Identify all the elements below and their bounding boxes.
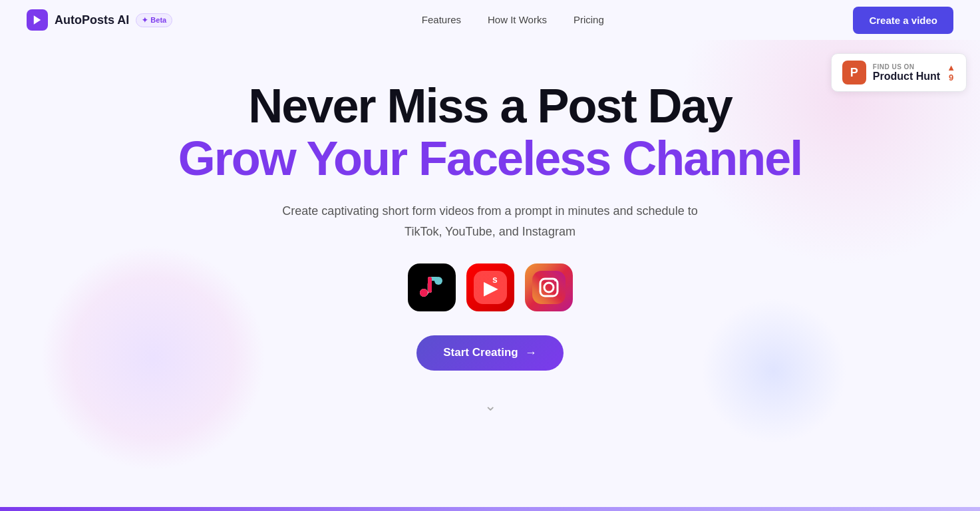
- nav-features-link[interactable]: Features: [422, 14, 461, 25]
- logo-text: AutoPosts AI: [55, 13, 129, 27]
- tiktok-icon: ♪: [408, 263, 456, 311]
- instagram-icon: [525, 263, 573, 311]
- product-hunt-find-label: FIND US ON: [873, 63, 940, 71]
- start-creating-button[interactable]: Start Creating →: [416, 335, 563, 371]
- svg-marker-0: [34, 15, 41, 25]
- hero-section: Never Miss a Post Day Grow Your Faceless…: [0, 40, 980, 428]
- hero-subtitle: Create captivating short form videos fro…: [277, 201, 703, 242]
- beta-icon: ✦: [142, 16, 148, 25]
- svg-point-14: [554, 279, 557, 281]
- product-hunt-text: FIND US ON Product Hunt: [873, 63, 940, 83]
- nav-how-it-works-link[interactable]: How It Works: [488, 14, 547, 25]
- product-hunt-logo: P: [842, 61, 866, 85]
- nav-logo-group: AutoPosts AI ✦ Beta: [27, 9, 172, 31]
- navbar: AutoPosts AI ✦ Beta Features How It Work…: [0, 0, 980, 40]
- svg-text:s: s: [492, 274, 498, 285]
- scroll-down-chevron[interactable]: ⌄: [484, 397, 496, 415]
- social-icons-group: ♪ ▶ s: [408, 263, 573, 311]
- svg-rect-6: [428, 277, 432, 293]
- beta-label: Beta: [150, 16, 166, 24]
- arrow-right-icon: →: [525, 346, 537, 360]
- vote-arrow-icon: ▲: [947, 63, 955, 73]
- create-video-button[interactable]: Create a video: [853, 7, 953, 34]
- svg-rect-11: [532, 271, 566, 304]
- vote-count: 9: [949, 73, 953, 83]
- youtube-shorts-icon: ▶ s: [466, 263, 514, 311]
- hero-title-line1: Never Miss a Post Day: [248, 80, 731, 132]
- svg-point-7: [420, 289, 428, 297]
- logo-icon: [27, 9, 48, 31]
- svg-point-5: [434, 277, 442, 285]
- bottom-accent-bar: [0, 507, 980, 511]
- nav-links: Features How It Works Pricing: [422, 14, 604, 26]
- start-creating-label: Start Creating: [443, 346, 518, 359]
- nav-pricing-link[interactable]: Pricing: [573, 14, 604, 25]
- product-hunt-badge[interactable]: P FIND US ON Product Hunt ▲ 9: [831, 53, 967, 92]
- product-hunt-name: Product Hunt: [873, 71, 940, 83]
- beta-badge: ✦ Beta: [136, 13, 172, 27]
- hero-title-line2: Grow Your Faceless Channel: [178, 132, 802, 185]
- product-hunt-votes: ▲ 9: [947, 63, 955, 83]
